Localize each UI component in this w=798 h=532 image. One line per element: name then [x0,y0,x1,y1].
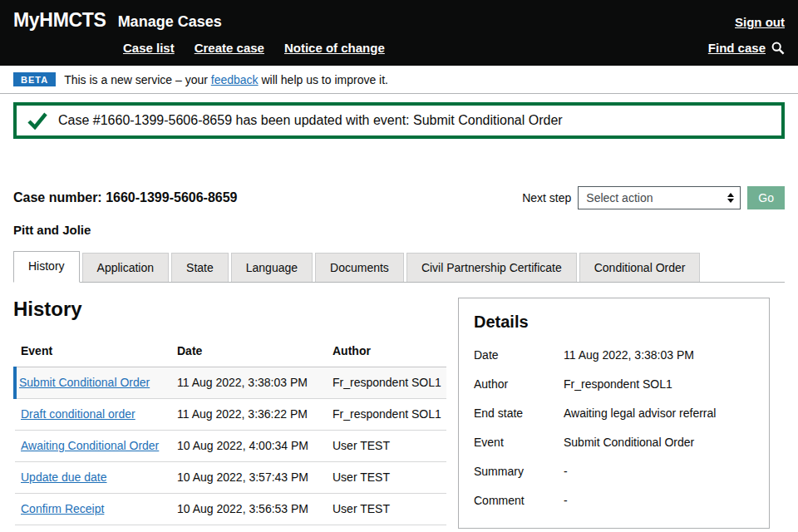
detail-row-comment: Comment - [474,494,754,507]
case-number: Case number: 1660-1399-5606-8659 [13,190,238,205]
header-top-row: MyHMCTS Manage Cases Sign out [13,9,785,32]
column-header-event: Event [15,337,177,367]
beta-badge: BETA [13,72,56,86]
event-date: 10 Aug 2022, 3:56:53 PM [177,494,332,525]
go-button[interactable]: Go [747,186,785,209]
event-author: User TEST [332,431,446,462]
case-parties: Pitt and Jolie [13,223,785,237]
detail-label: Summary [474,465,564,478]
brand-link[interactable]: MyHMCTS [13,9,106,32]
header-nav-row: Case list Create case Notice of change F… [13,41,785,55]
beta-banner: BETA This is a new service – your feedba… [0,66,798,94]
tab-state[interactable]: State [171,253,229,282]
case-number-value: 1660-1399-5606-8659 [106,190,237,204]
event-link[interactable]: Confirm Receipt [21,502,104,515]
beta-text-before: This is a new service – your [64,73,211,86]
nav-create-case[interactable]: Create case [195,41,264,55]
event-date: 10 Aug 2022, 4:00:34 PM [177,431,332,462]
app-header: MyHMCTS Manage Cases Sign out Case list … [0,0,798,66]
tab-language[interactable]: Language [231,253,313,282]
column-header-author: Author [332,337,446,367]
event-link[interactable]: Submit Conditional Order [19,376,150,389]
history-header-row: Event Date Author [15,337,446,367]
beta-text-after: will help us to improve it. [259,73,388,86]
history-table: Event Date Author Submit Conditional Ord… [13,337,446,532]
success-message: Case #1660-1399-5606-8659 has been updat… [58,113,563,128]
event-link[interactable]: Draft conditional order [21,407,135,421]
event-date: 10 Aug 2022, 3:57:43 PM [177,462,332,494]
detail-label: Author [474,377,564,391]
sign-out-link[interactable]: Sign out [735,15,785,29]
next-step-select[interactable]: Select action [578,186,741,209]
event-author: User TEST [332,494,446,525]
case-header-row: Case number: 1660-1399-5606-8659 Next st… [13,186,785,209]
history-heading: History [13,298,446,321]
tab-conditional-order[interactable]: Conditional Order [579,253,701,282]
detail-row-author: Author Fr_respondent SOL1 [474,377,754,391]
details-heading: Details [474,313,754,332]
event-author: User TEST [332,462,446,494]
select-arrows-icon [727,193,734,203]
event-author: Fr_respondent SOL1 [332,399,446,431]
success-notification: Case #1660-1399-5606-8659 has been updat… [13,102,785,139]
search-icon[interactable] [771,42,785,55]
detail-value: Awaiting legal advisor referral [564,406,754,420]
check-icon [27,111,47,130]
event-date: 10 Aug 2022, 3:21:47 PM [177,525,332,532]
case-tabs: History Application State Language Docum… [13,251,785,283]
case-number-label: Case number: [13,190,106,204]
event-date: 11 Aug 2022, 3:38:03 PM [177,367,332,399]
find-case-link[interactable]: Find case [708,41,766,55]
detail-label: End state [474,406,564,420]
nav-case-list[interactable]: Case list [123,41,175,55]
history-row: Draft conditional order 11 Aug 2022, 3:3… [15,399,446,431]
event-date: 11 Aug 2022, 3:36:22 PM [177,399,332,431]
detail-value: Fr_respondent SOL1 [564,377,754,391]
history-row: Confirm Receipt 10 Aug 2022, 3:21:47 PM … [15,525,446,532]
tab-history[interactable]: History [13,251,80,283]
find-case-wrap: Find case [708,41,785,55]
next-step-label: Next step [522,191,571,204]
next-step-selected-option: Select action [586,191,653,204]
main-content: History Event Date Author Submit Conditi… [13,298,785,532]
detail-value: - [564,494,754,507]
next-step-group: Next step Select action Go [522,186,785,209]
history-row: Submit Conditional Order 11 Aug 2022, 3:… [15,367,446,399]
tab-documents[interactable]: Documents [315,253,404,282]
event-author: Fr_respondent SOL1 [332,525,446,532]
detail-label: Event [474,436,564,449]
column-header-date: Date [177,337,332,367]
detail-row-event: Event Submit Conditional Order [474,436,754,449]
nav-notice-of-change[interactable]: Notice of change [284,41,385,55]
detail-value: - [564,465,754,478]
detail-label: Date [474,348,564,362]
detail-value: 11 Aug 2022, 3:38:03 PM [564,348,754,362]
event-link[interactable]: Update due date [21,470,107,484]
feedback-link[interactable]: feedback [211,73,259,86]
details-panel: Details Date 11 Aug 2022, 3:38:03 PM Aut… [458,298,770,529]
tab-civil-partnership-certificate[interactable]: Civil Partnership Certificate [406,253,577,282]
tab-application[interactable]: Application [82,253,170,282]
history-row: Confirm Receipt 10 Aug 2022, 3:56:53 PM … [15,494,446,525]
event-link[interactable]: Awaiting Conditional Order [21,439,159,452]
history-row: Awaiting Conditional Order 10 Aug 2022, … [15,431,446,462]
detail-label: Comment [474,494,564,507]
beta-text: This is a new service – your feedback wi… [64,73,388,86]
detail-row-date: Date 11 Aug 2022, 3:38:03 PM [474,348,754,362]
history-row: Update due date 10 Aug 2022, 3:57:43 PM … [15,462,446,494]
app-title: Manage Cases [118,13,222,31]
detail-row-end-state: End state Awaiting legal advisor referra… [474,406,754,420]
detail-value: Submit Conditional Order [564,436,754,449]
history-panel: History Event Date Author Submit Conditi… [13,298,446,532]
detail-row-summary: Summary - [474,465,754,478]
event-author: Fr_respondent SOL1 [332,367,446,399]
